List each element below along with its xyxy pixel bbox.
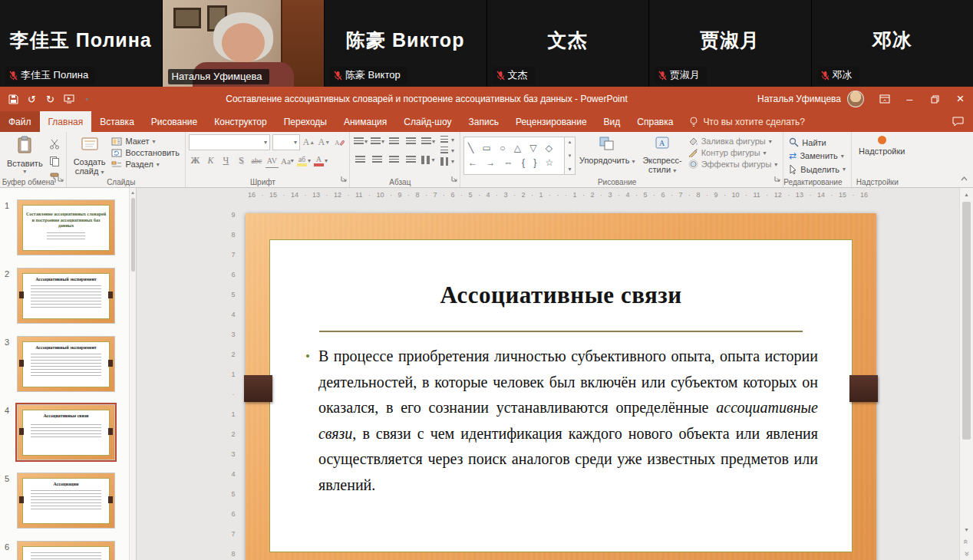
main-vertical-scrollbar[interactable]: ▴ ▾ « « xyxy=(959,188,973,560)
character-spacing-button[interactable]: AV xyxy=(266,153,279,168)
paste-button[interactable]: Вставить ▾ xyxy=(3,134,47,176)
cut-button[interactable] xyxy=(47,137,63,151)
highlight-color-button[interactable]: аб▾ xyxy=(296,153,311,168)
user-avatar[interactable] xyxy=(847,91,864,107)
shape-effects-button[interactable]: Эффекты фигуры▾ xyxy=(686,160,780,169)
decrease-indent-button[interactable] xyxy=(387,134,402,149)
decrease-font-button[interactable]: А▼ xyxy=(318,135,331,150)
paragraph-dialog-launcher[interactable] xyxy=(451,172,458,186)
thumbnail-item-5[interactable]: 5 Ассоциации xyxy=(0,470,136,539)
shape-fill-button[interactable]: Заливка фигуры▾ xyxy=(686,137,780,146)
increase-indent-button[interactable] xyxy=(404,134,419,149)
strikethrough-button[interactable]: abc xyxy=(250,153,263,168)
minimize-button[interactable]: – xyxy=(897,87,922,111)
tab-animations[interactable]: Анимация xyxy=(335,111,395,132)
participant-tile-3[interactable]: 陈豪 Виктор 陈豪 Виктор xyxy=(325,0,487,87)
scroll-down-button[interactable]: ▾ xyxy=(960,523,973,535)
clipboard-dialog-launcher[interactable] xyxy=(58,172,64,186)
collapse-ribbon-button[interactable] xyxy=(960,171,968,185)
thumbnail-item-3[interactable]: 3 Ассоциативный эксперимент xyxy=(0,334,136,402)
participant-tile-4[interactable]: 文杰 文杰 xyxy=(487,0,650,87)
shapes-gallery-scroll[interactable]: ▴ ▾ ▾ xyxy=(565,137,576,175)
customize-qat-button[interactable]: ▾ xyxy=(78,90,96,108)
slide-thumbnail-selected[interactable]: Ассоциативные связи xyxy=(18,405,114,460)
participant-tile-2-video[interactable]: Наталья Уфимцева xyxy=(163,0,325,87)
quick-styles-button[interactable]: А Экспресс- стили ▾ xyxy=(638,134,685,176)
previous-slide-button[interactable]: « xyxy=(960,535,973,548)
font-size-combobox[interactable]: ▾ xyxy=(272,134,300,150)
tab-insert[interactable]: Вставка xyxy=(91,111,143,132)
ribbon-display-options-button[interactable] xyxy=(872,87,897,111)
tab-slideshow[interactable]: Слайд-шоу xyxy=(395,111,460,132)
font-dialog-launcher[interactable] xyxy=(341,172,348,186)
signed-in-user[interactable]: Наталья Уфимцева xyxy=(757,94,841,104)
participant-tile-5[interactable]: 贾淑月 贾淑月 xyxy=(649,0,812,87)
tab-file[interactable]: Файл xyxy=(0,111,40,132)
next-slide-button[interactable]: « xyxy=(960,548,973,560)
tab-transitions[interactable]: Переходы xyxy=(275,111,335,132)
numbering-button[interactable]: ▾ xyxy=(370,134,385,149)
arrange-button[interactable]: Упорядочить ▾ xyxy=(576,134,639,166)
save-button[interactable] xyxy=(5,90,22,108)
scroll-up-button[interactable]: ▴ xyxy=(960,188,973,200)
shapes-gallery[interactable]: ╲ ▭ ○ △ ▽ ◇ ← → ⇔ { } ☆ ▴ ▾ ▾ xyxy=(463,134,576,175)
italic-button[interactable]: К xyxy=(204,153,217,168)
drawing-dialog-launcher[interactable] xyxy=(774,172,781,186)
slide-thumbnail[interactable]: Ассоциации xyxy=(18,473,114,528)
select-button[interactable]: Выделить▾ xyxy=(787,164,848,174)
tab-help[interactable]: Справка xyxy=(628,111,681,132)
scrollbar-thumb[interactable] xyxy=(962,202,971,440)
line-spacing-button[interactable]: ▾ xyxy=(421,134,436,149)
comments-button[interactable] xyxy=(952,111,973,132)
restore-button[interactable] xyxy=(922,87,948,111)
align-right-button[interactable] xyxy=(387,153,402,167)
close-button[interactable]: × xyxy=(948,87,973,111)
find-button[interactable]: Найти xyxy=(787,137,848,147)
bold-button[interactable]: Ж xyxy=(189,153,202,168)
clear-formatting-button[interactable]: А xyxy=(333,135,346,150)
slide-thumbnail[interactable]: Ассоциативный эксперимент xyxy=(18,337,114,391)
shape-outline-button[interactable]: Контур фигуры▾ xyxy=(686,148,780,157)
tab-review[interactable]: Рецензирование xyxy=(507,111,595,132)
tab-record[interactable]: Запись xyxy=(460,111,507,132)
thumbnail-item-1[interactable]: 1 Составление ассоциативных словарей и п… xyxy=(0,197,136,265)
tab-draw[interactable]: Рисование xyxy=(143,111,206,132)
undo-button[interactable]: ↺ xyxy=(23,90,41,108)
tab-design[interactable]: Конструктор xyxy=(206,111,275,132)
columns-button[interactable]: ▾ xyxy=(421,153,436,167)
thumbnail-item-6[interactable]: 6 xyxy=(0,539,136,560)
slide-thumbnail[interactable]: Составление ассоциативных словарей и пос… xyxy=(18,200,114,255)
section-button[interactable]: Раздел▾ xyxy=(109,160,181,169)
slide-thumbnail[interactable]: Ассоциативный эксперимент xyxy=(18,268,114,323)
bullets-button[interactable]: ▾ xyxy=(353,134,368,149)
participant-tile-1[interactable]: 李佳玉 Полина 李佳玉 Полина xyxy=(0,0,163,87)
align-center-button[interactable] xyxy=(370,153,385,167)
scrollbar-track[interactable] xyxy=(960,200,973,523)
tab-home[interactable]: Главная xyxy=(40,111,92,132)
thumbnail-item-4-selected[interactable]: 4 Ассоциативные связи xyxy=(0,402,136,470)
slide-body-text[interactable]: • В процессе приобретения личностью субъ… xyxy=(305,344,818,499)
redo-button[interactable]: ↻ xyxy=(41,90,59,108)
replace-button[interactable]: ⇄ Заменить▾ xyxy=(787,150,848,161)
start-slideshow-button[interactable] xyxy=(60,90,78,108)
thumbnail-scrollbar[interactable]: ▴ xyxy=(129,188,136,560)
tell-me-box[interactable]: Что вы хотите сделать? xyxy=(681,111,813,132)
slide-title[interactable]: Ассоциативные связи xyxy=(270,282,852,309)
participant-tile-6[interactable]: 邓冰 邓冰 xyxy=(812,0,973,87)
layout-button[interactable]: Макет▾ xyxy=(109,137,181,146)
addins-button[interactable]: Надстройки xyxy=(855,134,909,158)
increase-font-button[interactable]: А▲ xyxy=(302,135,315,150)
copy-button[interactable] xyxy=(47,153,63,168)
underline-button[interactable]: Ч xyxy=(219,153,233,168)
align-left-button[interactable] xyxy=(353,153,368,167)
reset-button[interactable]: Восстановить xyxy=(109,148,181,157)
text-shadow-button[interactable]: S xyxy=(235,153,248,168)
change-case-button[interactable]: Aa▾ xyxy=(281,153,294,168)
text-direction-button[interactable]: ▾ xyxy=(438,136,457,144)
slide-thumbnail[interactable] xyxy=(18,542,114,560)
justify-button[interactable] xyxy=(404,153,419,167)
convert-smartart-button[interactable]: ▾ xyxy=(438,157,457,166)
font-name-combobox[interactable]: ▾ xyxy=(189,134,270,150)
thumbnail-scrollbar-thumb[interactable] xyxy=(131,198,135,272)
thumbnail-item-2[interactable]: 2 Ассоциативный эксперимент xyxy=(0,265,136,334)
